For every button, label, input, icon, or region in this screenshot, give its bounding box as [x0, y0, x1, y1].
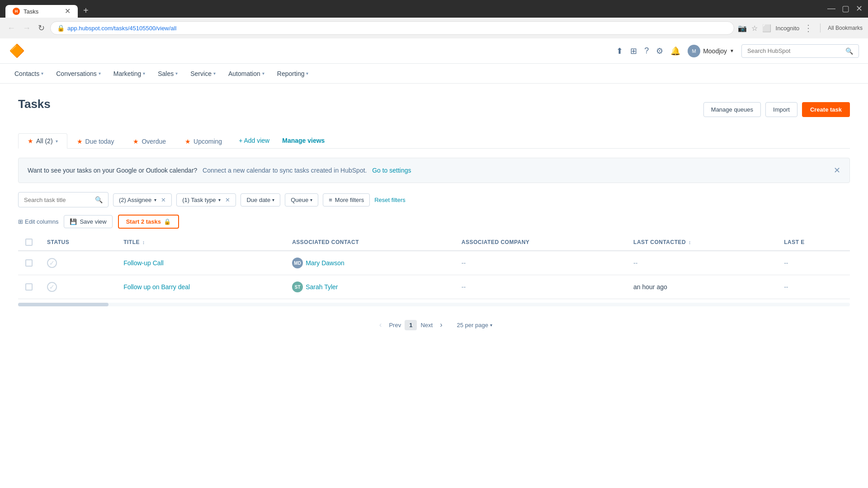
- task-type-filter-remove-icon[interactable]: ✕: [225, 197, 230, 203]
- search-task-title-input[interactable]: [24, 197, 92, 203]
- notifications-icon[interactable]: 🔔: [670, 46, 680, 56]
- reload-button[interactable]: ↻: [36, 21, 47, 35]
- edit-columns-button[interactable]: ⊞ Edit columns: [18, 218, 58, 225]
- user-chevron-icon: ▼: [730, 48, 734, 53]
- tab-close-icon[interactable]: ✕: [65, 8, 71, 15]
- tab-overdue[interactable]: ★ Overdue: [123, 134, 175, 149]
- filters-row: 🔍 (2) Assignee ▾ ✕ (1) Task type ▾ ✕ Due…: [18, 192, 850, 207]
- select-all-checkbox[interactable]: [25, 239, 33, 246]
- row-1-status[interactable]: ✓: [47, 258, 57, 268]
- title-sort-icon: ↕: [142, 239, 145, 245]
- next-label[interactable]: Next: [420, 322, 433, 328]
- assignee-filter[interactable]: (2) Assignee ▾ ✕: [113, 193, 172, 206]
- tab-all-icon: ★: [28, 137, 33, 145]
- per-page-chevron-icon: ▾: [490, 323, 492, 328]
- nav-contacts[interactable]: Contacts ▾: [9, 64, 49, 84]
- task-type-filter[interactable]: (1) Task type ▾ ✕: [176, 193, 236, 206]
- row-1-title[interactable]: Follow-up Call: [123, 259, 164, 267]
- per-page-selector[interactable]: 25 per page ▾: [457, 322, 492, 328]
- tab-all[interactable]: ★ All (2) ▾: [18, 133, 67, 149]
- nav-automation[interactable]: Automation ▾: [223, 64, 270, 84]
- url-text: app.hubspot.com/tasks/45105500/view/all: [67, 25, 727, 32]
- bookmarks-label: All Bookmarks: [828, 25, 863, 31]
- tab-upcoming-icon: ★: [185, 138, 191, 145]
- search-icon: 🔍: [845, 47, 853, 55]
- user-menu[interactable]: M Moodjoy ▼: [688, 45, 734, 57]
- nav-reporting[interactable]: Reporting ▾: [272, 64, 314, 84]
- banner-subtext: Connect a new calendar to sync tasks cre…: [203, 167, 367, 174]
- new-tab-button[interactable]: +: [80, 4, 92, 18]
- close-window-button[interactable]: ✕: [856, 4, 863, 14]
- row-2-status[interactable]: ✓: [47, 282, 57, 292]
- save-view-button[interactable]: 💾 Save view: [64, 215, 112, 228]
- row-2-checkbox[interactable]: [25, 283, 33, 291]
- nav-marketing[interactable]: Marketing ▾: [108, 64, 151, 84]
- last-e-column-header: LAST E: [777, 234, 850, 251]
- tab-due-today[interactable]: ★ Due today: [67, 134, 124, 149]
- horizontal-scrollbar[interactable]: [18, 303, 850, 306]
- manage-queues-button[interactable]: Manage queues: [703, 102, 761, 117]
- scroll-thumb[interactable]: [18, 303, 108, 306]
- row-1-checkbox[interactable]: [25, 259, 33, 267]
- more-filters-button[interactable]: ≡ More filters: [323, 193, 370, 206]
- last-contacted-column-header[interactable]: LAST CONTACTED ↕: [626, 234, 777, 251]
- row-2-contact[interactable]: ST Sarah Tyler: [292, 282, 447, 292]
- maximize-button[interactable]: ▢: [842, 4, 849, 14]
- table-container: STATUS TITLE ↕ ASSOCIATED CONTACT ASSOCI…: [18, 234, 850, 310]
- go-to-settings-link[interactable]: Go to settings: [372, 167, 411, 174]
- nav-sales[interactable]: Sales ▾: [152, 64, 183, 84]
- prev-button[interactable]: ‹: [376, 319, 385, 331]
- search-input[interactable]: [747, 47, 843, 54]
- row-1-contact-avatar: MD: [292, 258, 303, 268]
- title-column-header[interactable]: TITLE ↕: [116, 234, 285, 251]
- minimize-button[interactable]: —: [827, 4, 835, 14]
- search-filter-icon: 🔍: [95, 196, 103, 203]
- forward-button[interactable]: →: [21, 22, 33, 35]
- banner-close-icon[interactable]: ✕: [834, 165, 840, 175]
- filter-icon: ≡: [329, 197, 332, 203]
- import-button[interactable]: Import: [765, 102, 797, 117]
- calendar-banner: Want to see your tasks on your Google or…: [18, 158, 850, 183]
- queue-filter[interactable]: Queue ▾: [285, 193, 318, 206]
- extensions-icon[interactable]: ⬜: [762, 24, 771, 33]
- assignee-filter-remove-icon[interactable]: ✕: [161, 197, 166, 203]
- nav-conversations[interactable]: Conversations ▾: [51, 64, 106, 84]
- bookmark-icon[interactable]: ☆: [751, 24, 758, 33]
- settings-icon[interactable]: ⚙: [656, 46, 663, 56]
- page-title: Tasks: [18, 97, 51, 111]
- reset-filters-button[interactable]: Reset filters: [374, 197, 406, 203]
- tab-upcoming[interactable]: ★ Upcoming: [175, 134, 231, 149]
- browser-menu-icon[interactable]: ⋮: [804, 23, 813, 33]
- marketplace-icon[interactable]: ⊞: [630, 46, 637, 56]
- table-actions: ⊞ Edit columns 💾 Save view Start 2 tasks…: [18, 215, 850, 229]
- tab-overdue-icon: ★: [133, 138, 139, 145]
- browser-tab[interactable]: H Tasks ✕: [5, 5, 78, 18]
- table-row: ✓ Follow up on Barry deal ST Sarah Tyler…: [18, 275, 850, 299]
- add-view-button[interactable]: + Add view: [231, 133, 277, 148]
- address-bar[interactable]: 🔒 app.hubspot.com/tasks/45105500/view/al…: [50, 21, 734, 35]
- row-1-contact[interactable]: MD Mary Dawson: [292, 258, 447, 268]
- row-1-last-e: --: [784, 259, 788, 267]
- create-task-button[interactable]: Create task: [802, 102, 850, 117]
- global-search[interactable]: 🔍: [741, 44, 859, 58]
- back-button[interactable]: ←: [5, 22, 17, 35]
- prev-label[interactable]: Prev: [389, 322, 401, 328]
- hubspot-logo[interactable]: 🔶: [9, 43, 25, 58]
- contacts-chevron-icon: ▾: [41, 71, 43, 76]
- conversations-chevron-icon: ▾: [99, 71, 101, 76]
- reporting-chevron-icon: ▾: [306, 71, 308, 76]
- tab-title: Tasks: [24, 8, 61, 15]
- manage-views-button[interactable]: Manage views: [277, 133, 330, 148]
- help-icon[interactable]: ?: [644, 46, 649, 56]
- status-column-header: STATUS: [40, 234, 116, 251]
- pagination: ‹ Prev 1 Next › 25 per page ▾: [18, 319, 850, 331]
- current-page: 1: [405, 320, 417, 330]
- search-filter[interactable]: 🔍: [18, 192, 108, 207]
- start-tasks-button[interactable]: Start 2 tasks 🔒: [118, 215, 179, 229]
- nav-service[interactable]: Service ▾: [185, 64, 221, 84]
- due-date-filter[interactable]: Due date ▾: [241, 193, 280, 206]
- upgrade-icon[interactable]: ⬆: [616, 46, 623, 56]
- next-button[interactable]: ›: [436, 319, 446, 331]
- row-2-title[interactable]: Follow up on Barry deal: [123, 283, 190, 291]
- user-name: Moodjoy: [703, 47, 727, 55]
